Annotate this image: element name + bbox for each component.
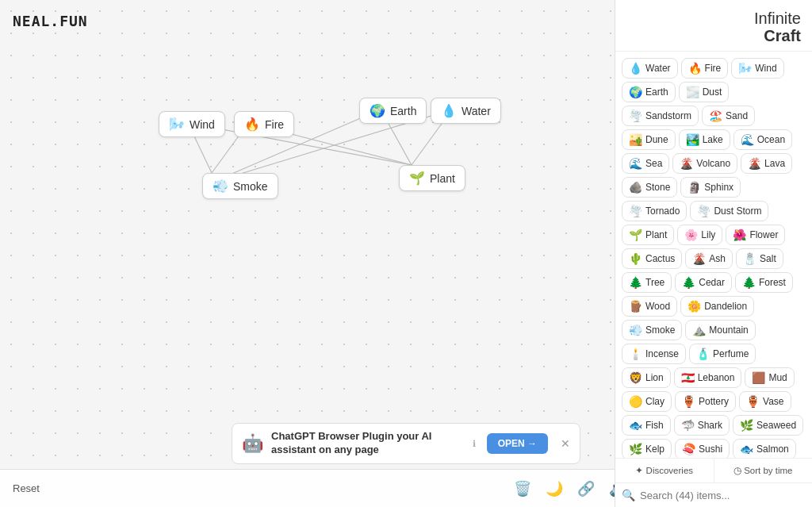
item-chip-wood[interactable]: 🪵Wood [622, 296, 677, 317]
item-chip-tree[interactable]: 🌲Tree [622, 272, 672, 293]
chip-icon: 🌲 [682, 276, 695, 289]
chip-icon: 🍣 [682, 443, 695, 455]
chip-icon: 🦁 [629, 371, 642, 384]
item-chip-lava[interactable]: 🌋Lava [741, 153, 792, 174]
chip-icon: 🌪️ [697, 205, 710, 217]
chip-label: Lava [764, 158, 785, 169]
smoke-icon: 💨 [213, 179, 228, 194]
app-header: InfiniteCraft [615, 0, 812, 52]
item-chip-dust[interactable]: 🌫️Dust [679, 82, 730, 102]
item-chip-volcano[interactable]: 🌋Volcano [672, 153, 737, 174]
delete-icon[interactable]: 🗑️ [514, 480, 531, 497]
item-chip-incense[interactable]: 🕯️Incense [622, 344, 686, 364]
chip-icon: 🇱🇧 [681, 371, 695, 384]
chip-label: Cactus [645, 253, 675, 264]
item-chip-water[interactable]: 💧Water [622, 58, 678, 79]
canvas-node-water[interactable]: 💧Water [431, 98, 501, 124]
item-chip-ash[interactable]: 🌋Ash [685, 248, 733, 269]
chip-label: Fish [645, 420, 664, 431]
item-chip-lion[interactable]: 🦁Lion [622, 367, 671, 388]
item-chip-clay[interactable]: 🟡Clay [622, 391, 672, 412]
item-chip-earth[interactable]: 🌍Earth [622, 82, 676, 102]
ad-close-button[interactable]: ✕ [561, 437, 570, 450]
chip-icon: 🌲 [629, 276, 642, 289]
canvas-node-fire[interactable]: 🔥Fire [234, 111, 294, 137]
item-chip-fire[interactable]: 🔥Fire [681, 58, 729, 79]
chip-label: Salmon [756, 444, 789, 455]
item-chip-lebanon[interactable]: 🇱🇧Lebanon [674, 367, 742, 388]
chip-label: Lebanon [698, 372, 735, 383]
ad-open-button[interactable]: OPEN → [487, 433, 548, 454]
item-chip-kelp[interactable]: 🌿Kelp [622, 439, 672, 458]
item-chip-dune[interactable]: 🏜️Dune [622, 129, 676, 150]
chip-icon: 🪵 [629, 300, 642, 313]
chip-icon: 🏞️ [686, 133, 699, 146]
dark-mode-icon[interactable]: 🌙 [546, 480, 563, 497]
item-chip-mountain[interactable]: ⛰️Mountain [685, 320, 755, 340]
item-chip-pottery[interactable]: 🏺Pottery [675, 391, 736, 412]
sort-tab[interactable]: ◷ Sort by time [714, 459, 813, 482]
chip-icon: 🪨 [629, 181, 642, 194]
chip-label: Sand [726, 110, 748, 121]
chip-icon: ⛰️ [692, 324, 706, 336]
item-chip-sushi[interactable]: 🍣Sushi [675, 439, 730, 458]
chip-label: Flower [749, 229, 778, 240]
canvas-node-earth[interactable]: 🌍Earth [359, 98, 427, 124]
chip-icon: 🏺 [746, 395, 760, 408]
chip-label: Sphinx [704, 182, 733, 193]
chip-label: Dust Storm [714, 205, 761, 217]
item-chip-salmon[interactable]: 🐟Salmon [733, 439, 796, 458]
item-chip-salt[interactable]: 🧂Salt [736, 248, 783, 269]
item-chip-cactus[interactable]: 🌵Cactus [622, 248, 682, 269]
chip-label: Lily [701, 229, 715, 240]
item-chip-vase[interactable]: 🏺Vase [739, 391, 791, 412]
item-chip-dandelion[interactable]: 🌼Dandelion [680, 296, 754, 317]
discoveries-tab[interactable]: ✦ Discoveries [615, 459, 714, 482]
chip-label: Fire [705, 63, 722, 74]
canvas-node-wind[interactable]: 🌬️Wind [159, 111, 225, 137]
item-chip-tornado[interactable]: 🌪️Tornado [622, 201, 687, 221]
item-chip-perfume[interactable]: 🧴Perfume [689, 344, 756, 364]
item-chip-fish[interactable]: 🐟Fish [622, 415, 671, 436]
item-chip-ocean[interactable]: 🌊Ocean [733, 129, 792, 150]
chip-icon: 🌼 [688, 300, 701, 313]
chip-label: Dust [703, 86, 722, 98]
reset-button[interactable]: Reset [13, 482, 40, 494]
item-chip-sandstorm[interactable]: 🌪️Sandstorm [622, 106, 699, 126]
chip-icon: 🌪️ [629, 205, 642, 217]
item-chip-stone[interactable]: 🪨Stone [622, 177, 677, 198]
item-chip-flower[interactable]: 🌺Flower [726, 225, 785, 245]
share-icon[interactable]: 🔗 [577, 480, 595, 497]
chip-label: Kelp [645, 444, 665, 455]
item-chip-shark[interactable]: 🦈Shark [674, 415, 730, 436]
item-chip-wind[interactable]: 🌬️Wind [731, 58, 783, 79]
item-chip-seaweed[interactable]: 🌿Seaweed [733, 415, 803, 436]
search-input[interactable] [640, 490, 806, 501]
chip-label: Water [645, 63, 671, 74]
chip-icon: 🌫️ [686, 86, 699, 98]
item-chip-forest[interactable]: 🌲Forest [735, 272, 793, 293]
chip-label: Incense [645, 348, 679, 359]
chip-label: Shark [698, 420, 722, 431]
chip-label: Seaweed [756, 420, 796, 431]
item-chip-smoke[interactable]: 💨Smoke [622, 320, 682, 340]
chip-icon: 🌍 [629, 86, 642, 98]
chip-icon: 🗿 [688, 181, 701, 194]
item-chip-lily[interactable]: 🌸Lily [677, 225, 722, 245]
chip-icon: 🌵 [629, 252, 642, 265]
ad-icon: 🤖 [242, 433, 263, 454]
item-chip-sphinx[interactable]: 🗿Sphinx [680, 177, 741, 198]
item-chip-cedar[interactable]: 🌲Cedar [675, 272, 732, 293]
canvas-node-smoke[interactable]: 💨Smoke [202, 173, 278, 199]
plant-icon: 🌱 [409, 171, 425, 186]
item-chip-mud[interactable]: 🟫Mud [745, 367, 794, 388]
item-chip-lake[interactable]: 🏞️Lake [679, 129, 730, 150]
item-chip-sea[interactable]: 🌊Sea [622, 153, 669, 174]
canvas-node-plant[interactable]: 🌱Plant [399, 165, 465, 191]
chip-icon: 🟫 [752, 371, 765, 384]
chip-icon: 🐟 [629, 419, 642, 432]
chip-icon: 🌋 [692, 252, 706, 265]
item-chip-sand[interactable]: 🏖️Sand [702, 106, 755, 126]
item-chip-plant[interactable]: 🌱Plant [622, 225, 674, 245]
item-chip-dust-storm[interactable]: 🌪️Dust Storm [690, 201, 768, 221]
